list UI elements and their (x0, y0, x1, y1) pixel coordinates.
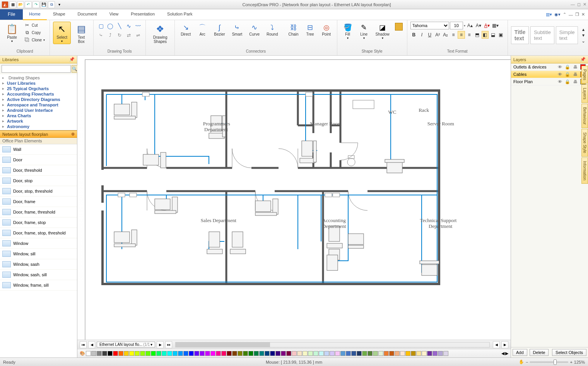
shape-freehand-icon[interactable]: 〰 (134, 22, 142, 30)
shape-rect-icon[interactable]: ▢ (97, 22, 105, 30)
tree-node[interactable]: Android User Interface (1, 108, 76, 113)
side-tab-behaviour[interactable]: Behaviour (581, 104, 588, 128)
zoom-out-icon[interactable]: − (526, 360, 528, 364)
shape-arrow4-icon[interactable]: ⇄ (125, 31, 133, 39)
tree-node[interactable]: User Libraries (1, 80, 76, 86)
align-bottom-button[interactable]: ⬓ (489, 31, 496, 39)
shape-ellipse-icon[interactable]: ◯ (106, 22, 115, 30)
color-swatch[interactable] (400, 351, 405, 356)
doc-close-icon[interactable]: ✕ (581, 12, 585, 17)
color-swatch[interactable] (411, 351, 416, 356)
color-swatch[interactable] (156, 351, 161, 356)
shape-arrow2-icon[interactable]: ⤴ (106, 31, 115, 39)
sheet-last-icon[interactable]: ⏭ (165, 341, 172, 348)
tree-node[interactable]: Accounting Flowcharts (1, 91, 76, 97)
tree-root[interactable]: Drawing Shapes (1, 75, 76, 80)
color-swatch[interactable] (189, 351, 194, 356)
print-icon[interactable]: 🖶 (573, 65, 578, 69)
qat-dropdown-icon[interactable]: ▾ (56, 1, 63, 8)
color-swatch[interactable] (297, 351, 302, 356)
library-item[interactable]: Window, sash (0, 259, 77, 270)
side-tab-pages[interactable]: Pages (581, 66, 588, 84)
drawing-canvas[interactable]: ProgrammersDepartmentManager RoomWCServe… (77, 56, 511, 340)
library-item[interactable]: Door, threshold (0, 165, 77, 176)
color-swatch[interactable] (362, 351, 367, 356)
color-swatch[interactable] (86, 351, 91, 356)
qat-open-icon[interactable]: 📂 (17, 1, 24, 8)
drawing-shapes-button[interactable]: ❖Drawing Shapes (149, 22, 171, 45)
lock-icon[interactable]: 🔒 (565, 79, 570, 84)
print-icon[interactable]: 🖶 (573, 79, 578, 84)
tree-node[interactable]: Area Charts (1, 113, 76, 118)
collapse-ribbon-icon[interactable]: ⌃ (563, 12, 566, 17)
color-swatch[interactable] (308, 351, 313, 356)
tab-shape[interactable]: Shape (47, 9, 72, 20)
color-swatch[interactable] (384, 351, 389, 356)
color-swatch[interactable] (183, 351, 188, 356)
connector-round-button[interactable]: ⤵Round (264, 22, 280, 38)
color-swatch[interactable] (422, 351, 427, 356)
color-swatch[interactable] (292, 351, 297, 356)
font-family-select[interactable]: Tahoma (410, 22, 449, 29)
color-swatch[interactable] (118, 351, 123, 356)
bold-button[interactable]: B (410, 31, 417, 39)
sheet-tab[interactable]: Ethernet LAN layout flo... (1/1▾ (97, 342, 155, 347)
shadow-button[interactable]: ◪Shadow▾ (373, 22, 392, 41)
shape-arrow5-icon[interactable]: ⇌ (134, 31, 142, 39)
delete-layer-button[interactable]: Delete (530, 349, 549, 356)
sheet-prev-icon[interactable]: ◀ (88, 341, 95, 348)
subtitle-text-style[interactable]: Subtitle text (530, 26, 554, 44)
color-swatch[interactable] (438, 351, 443, 356)
shape-arrow3-icon[interactable]: ↻ (115, 31, 124, 39)
color-swatch[interactable] (259, 351, 264, 356)
color-swatch[interactable] (373, 351, 378, 356)
shape-line-icon[interactable]: ╲ (115, 22, 124, 30)
color-swatch[interactable] (162, 351, 167, 356)
library-item[interactable]: Door, stop (0, 176, 77, 186)
print-icon[interactable]: 🖶 (573, 72, 578, 77)
library-tree[interactable]: Drawing Shapes User Libraries 25 Typical… (0, 74, 77, 130)
library-item[interactable]: Wall (0, 144, 77, 155)
library-item[interactable]: Door (0, 155, 77, 165)
layer-row[interactable]: Outlets & devices👁🔒🖶 (511, 63, 588, 71)
connector-point-button[interactable]: ◎Point (319, 22, 334, 38)
cut-button[interactable]: ✂Cut (22, 22, 46, 29)
connector-curve-button[interactable]: ∿Curve (246, 22, 262, 38)
underline-button[interactable]: U (426, 31, 433, 39)
color-swatch[interactable] (265, 351, 270, 356)
color-swatch[interactable] (313, 351, 318, 356)
style-down-icon[interactable]: ▾ (579, 32, 587, 38)
color-swatch[interactable] (270, 351, 275, 356)
maximize-icon[interactable]: ◻ (577, 2, 581, 7)
connector-smart-button[interactable]: ⤷Smart (229, 22, 245, 38)
library-item[interactable]: Window, sash, sill (0, 270, 77, 280)
search-icon[interactable]: 🔍 (72, 65, 78, 73)
color-swatch[interactable] (102, 351, 107, 356)
scroll-right-icon[interactable]: ▶ (501, 341, 508, 348)
layer-row[interactable]: Floor Plan👁🔒🖶 (511, 78, 588, 86)
text-style-gallery-icon[interactable]: ▦▾ (492, 22, 499, 29)
title-text-style[interactable]: Title text (511, 26, 529, 44)
library-subcategory[interactable]: Office Plan Elements (0, 138, 77, 144)
color-swatch[interactable] (340, 351, 345, 356)
tree-node[interactable]: Active Directory Diagrams (1, 97, 76, 102)
shape-style-gallery-icon[interactable] (394, 22, 404, 32)
color-swatch[interactable] (275, 351, 280, 356)
qat-undo-icon[interactable]: ↶ (25, 1, 32, 8)
layer-row[interactable]: Cables👁🔒🖶 (511, 71, 588, 78)
library-item[interactable]: Window, sill (0, 249, 77, 259)
align-center-button[interactable]: ≡ (458, 31, 465, 39)
textbox-button[interactable]: ▤Text Box (72, 22, 90, 45)
color-swatch[interactable] (200, 351, 205, 356)
tree-node[interactable]: Artwork (1, 118, 76, 124)
doc-restore-icon[interactable]: ❐ (575, 12, 579, 17)
italic-button[interactable]: I (418, 31, 425, 39)
zoom-in-icon[interactable]: + (570, 360, 572, 364)
scroll-left-icon[interactable]: ◀ (493, 341, 500, 348)
color-swatch[interactable] (443, 351, 448, 356)
color-swatch[interactable] (281, 351, 286, 356)
color-swatch[interactable] (113, 351, 118, 356)
style-up-icon[interactable]: ▴ (579, 27, 587, 32)
text-box-button[interactable]: ▣ (497, 31, 504, 39)
doc-minimize-icon[interactable]: — (569, 12, 573, 17)
